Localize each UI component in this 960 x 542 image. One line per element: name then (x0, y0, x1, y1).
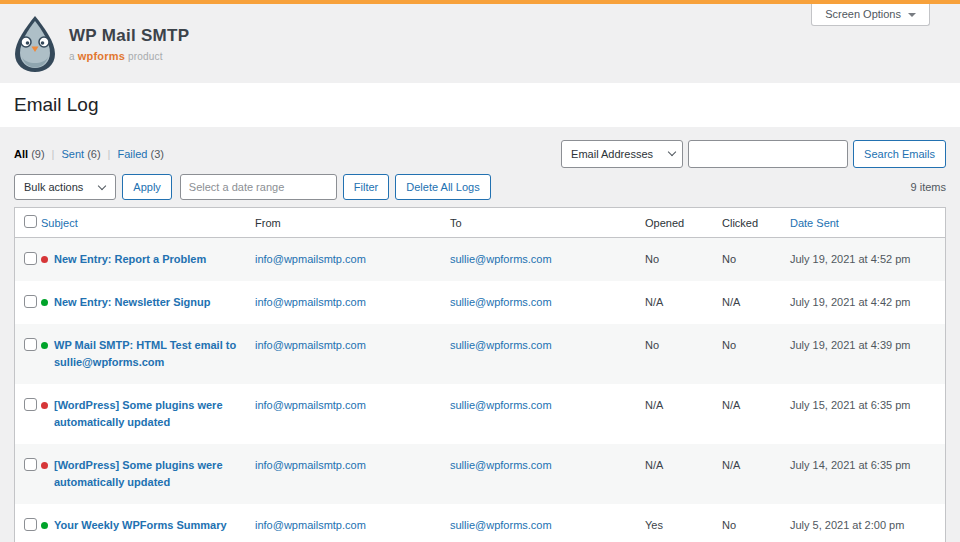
status-dot (41, 522, 48, 529)
email-log-table: Subject From To Opened Clicked Date Sent… (14, 207, 946, 542)
opened-value: N/A (645, 294, 722, 311)
from-email-link[interactable]: info@wpmailsmtp.com (255, 519, 366, 531)
column-header-date-sent[interactable]: Date Sent (790, 217, 945, 229)
to-email-link[interactable]: sullie@wpforms.com (450, 459, 552, 471)
row-checkbox[interactable] (24, 398, 37, 411)
screen-options-button[interactable]: Screen Options (811, 4, 930, 26)
bulk-actions-select-value: Bulk actions (24, 181, 83, 193)
date-sent-value: July 19, 2021 at 4:42 pm (790, 294, 945, 311)
tagline-suffix: product (128, 51, 163, 62)
apply-button[interactable]: Apply (122, 174, 172, 200)
select-all-checkbox[interactable] (24, 215, 37, 228)
clicked-value: N/A (722, 294, 790, 311)
view-filter-sent[interactable]: Sent (6) (61, 148, 117, 160)
email-subject-link[interactable]: Your Weekly WPForms Summary (54, 517, 227, 534)
opened-value: No (645, 251, 722, 268)
date-range-input[interactable] (180, 174, 337, 200)
date-sent-value: July 19, 2021 at 4:39 pm (790, 337, 945, 354)
email-subject-link[interactable]: New Entry: Report a Problem (54, 251, 206, 268)
tagline: a wpforms product (69, 50, 189, 62)
status-dot (41, 342, 48, 349)
table-row: New Entry: Newsletter Signup info@wpmail… (15, 281, 945, 324)
column-header-from: From (255, 217, 450, 229)
search-input[interactable] (688, 140, 848, 168)
opened-value: N/A (645, 397, 722, 414)
email-subject-link[interactable]: [WordPress] Some plugins were automatica… (54, 397, 243, 431)
from-email-link[interactable]: info@wpmailsmtp.com (255, 459, 366, 471)
column-header-subject[interactable]: Subject (41, 217, 255, 229)
from-email-link[interactable]: info@wpmailsmtp.com (255, 296, 366, 308)
view-filters: All (9)Sent (6)Failed (3) (14, 148, 164, 160)
email-addresses-select-value: Email Addresses (571, 148, 653, 160)
status-dot (41, 299, 48, 306)
row-checkbox[interactable] (24, 458, 37, 471)
view-filter-all[interactable]: All (9) (14, 148, 61, 160)
table-header-row: Subject From To Opened Clicked Date Sent (15, 208, 945, 238)
from-email-link[interactable]: info@wpmailsmtp.com (255, 339, 366, 351)
app-title: WP Mail SMTP (69, 26, 189, 46)
status-dot (41, 256, 48, 263)
row-checkbox[interactable] (24, 295, 37, 308)
email-addresses-select[interactable]: Email Addresses (561, 140, 683, 168)
title-band: Email Log (0, 83, 960, 127)
opened-value: No (645, 337, 722, 354)
opened-value: Yes (645, 517, 722, 534)
to-email-link[interactable]: sullie@wpforms.com (450, 519, 552, 531)
to-email-link[interactable]: sullie@wpforms.com (450, 253, 552, 265)
date-sent-value: July 5, 2021 at 2:00 pm (790, 517, 945, 534)
email-subject-link[interactable]: WP Mail SMTP: HTML Test email to sullie@… (54, 337, 243, 371)
content-area: All (9)Sent (6)Failed (3) Email Addresse… (0, 127, 960, 542)
column-header-opened: Opened (645, 217, 722, 229)
date-sent-value: July 15, 2021 at 6:35 pm (790, 397, 945, 414)
items-count: 9 items (911, 181, 946, 193)
to-email-link[interactable]: sullie@wpforms.com (450, 399, 552, 411)
chevron-down-icon (668, 148, 676, 156)
screen-options-label: Screen Options (825, 8, 901, 20)
date-sent-value: July 19, 2021 at 4:52 pm (790, 251, 945, 268)
bulk-actions-select[interactable]: Bulk actions (14, 174, 116, 200)
filter-button[interactable]: Filter (343, 174, 389, 200)
delete-all-logs-button[interactable]: Delete All Logs (395, 174, 490, 200)
table-row: New Entry: Report a Problem info@wpmails… (15, 238, 945, 281)
email-subject-link[interactable]: [WordPress] Some plugins were automatica… (54, 457, 243, 491)
row-checkbox[interactable] (24, 252, 37, 265)
column-header-to: To (450, 217, 645, 229)
clicked-value: N/A (722, 457, 790, 474)
opened-value: N/A (645, 457, 722, 474)
table-row: [WordPress] Some plugins were automatica… (15, 444, 945, 504)
to-email-link[interactable]: sullie@wpforms.com (450, 339, 552, 351)
email-subject-link[interactable]: New Entry: Newsletter Signup (54, 294, 210, 311)
column-header-clicked: Clicked (722, 217, 790, 229)
row-checkbox[interactable] (24, 518, 37, 531)
clicked-value: No (722, 251, 790, 268)
date-sent-value: July 14, 2021 at 6:35 pm (790, 457, 945, 474)
table-row: Your Weekly WPForms Summary info@wpmails… (15, 504, 945, 542)
clicked-value: No (722, 337, 790, 354)
wpforms-brand: wpforms (78, 50, 125, 62)
clicked-value: No (722, 517, 790, 534)
view-filter-failed[interactable]: Failed (3) (117, 148, 163, 160)
table-row: [WordPress] Some plugins were automatica… (15, 384, 945, 444)
table-row: WP Mail SMTP: HTML Test email to sullie@… (15, 324, 945, 384)
table-body: New Entry: Report a Problem info@wpmails… (15, 238, 945, 542)
chevron-down-icon (908, 13, 916, 17)
search-emails-button[interactable]: Search Emails (853, 140, 946, 168)
row-checkbox[interactable] (24, 338, 37, 351)
tagline-prefix: a (69, 51, 75, 62)
from-email-link[interactable]: info@wpmailsmtp.com (255, 399, 366, 411)
wp-mail-smtp-pigeon-logo-icon (12, 15, 58, 73)
status-dot (41, 402, 48, 409)
status-dot (41, 462, 48, 469)
from-email-link[interactable]: info@wpmailsmtp.com (255, 253, 366, 265)
clicked-value: N/A (722, 397, 790, 414)
page-title: Email Log (14, 94, 99, 116)
chevron-down-icon (98, 181, 106, 189)
to-email-link[interactable]: sullie@wpforms.com (450, 296, 552, 308)
